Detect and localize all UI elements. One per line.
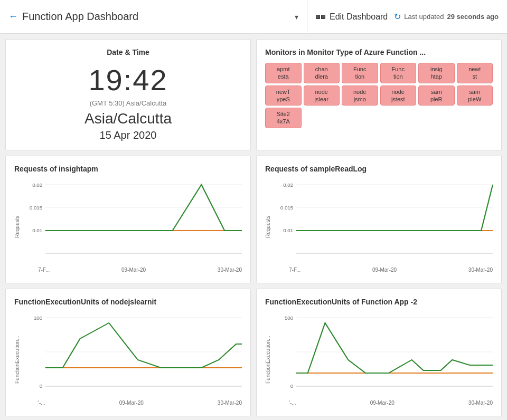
chart3-x-label-2: 09-Mar-20 (119, 400, 144, 406)
svg-text:500: 500 (285, 315, 293, 320)
chart3-y-label: FunctionExecution... (14, 312, 20, 407)
chart2-x-labels: 7-F... 09-Mar-20 30-Mar-20 (273, 267, 493, 273)
chart1-inner: 0.02 0.015 0.01 7-F... 09-Mar-20 30-Mar-… (22, 179, 242, 274)
chart1-container: Requests 0.02 0.015 0.01 (14, 179, 242, 274)
monitors-card: Monitors in Monitor Type of Azure Functi… (256, 39, 502, 150)
monitor-tag[interactable]: nodejsmo (342, 85, 378, 106)
svg-text:100: 100 (34, 315, 42, 320)
chart4-x-label-2: 09-Mar-20 (370, 400, 395, 406)
chart4-y-label: FunctionExecution... (265, 312, 271, 407)
chart3-card: FunctionExecutionUnits of nodejslearnit … (5, 289, 251, 416)
monitors-grid: apmtesta chandlera Function Function ins… (265, 63, 493, 128)
edit-dashboard-icon (316, 15, 325, 19)
monitor-tag[interactable]: nodejstest (380, 85, 417, 106)
last-updated: ↻ Last updated 29 seconds ago (394, 12, 499, 22)
monitor-tag[interactable]: Function (342, 63, 378, 83)
refresh-icon[interactable]: ↻ (394, 12, 401, 22)
chart2-svg: 0.02 0.015 0.01 (273, 179, 493, 264)
svg-text:0.02: 0.02 (283, 182, 293, 187)
datetime-card-title: Date & Time (107, 48, 149, 56)
chart4-x-label-1: '-... (289, 400, 296, 406)
chart4-card: FunctionExecutionUnits of Function App -… (256, 289, 502, 416)
chart2-title: Requests of sampleReadLog (265, 165, 493, 173)
chart2-inner: 0.02 0.015 0.01 7-F... 09-Mar-20 30-Mar-… (273, 179, 493, 274)
chart1-x-labels: 7-F... 09-Mar-20 30-Mar-20 (22, 267, 242, 273)
chart1-svg: 0.02 0.015 0.01 (22, 179, 242, 264)
svg-text:0: 0 (290, 383, 293, 388)
monitor-tag[interactable]: newtst (457, 63, 493, 83)
time-display: 19:42 (88, 63, 167, 97)
chart1-y-label: Requests (14, 179, 20, 274)
timezone-main: Asia/Calcutta (84, 110, 172, 127)
chart2-x-label-2: 09-Mar-20 (372, 267, 397, 273)
monitor-tag[interactable]: insightap (418, 63, 455, 83)
monitor-tag[interactable]: Function (380, 63, 417, 83)
chart1-title: Requests of insightapm (14, 165, 242, 173)
monitor-tag[interactable]: chandlera (304, 63, 340, 83)
date-display: 15 Apr 2020 (100, 129, 157, 141)
chart2-x-label-3: 30-Mar-20 (468, 267, 493, 273)
monitor-tag[interactable]: Site24x7A (265, 108, 302, 128)
chart2-x-label-1: 7-F... (289, 267, 301, 273)
last-updated-prefix: Last updated (404, 13, 444, 21)
monitor-tag[interactable]: apmtesta (265, 63, 302, 83)
svg-text:0.01: 0.01 (32, 227, 42, 233)
chart4-inner: 500 0 '-... 09-Mar-20 30-Mar-20 (273, 312, 493, 407)
dashboard-title-area: ← Function App Dashboard ▾ (8, 0, 307, 33)
chart2-card: Requests of sampleReadLog Requests 0.02 … (256, 156, 502, 283)
chart2-y-label: Requests (265, 179, 271, 274)
chart3-svg: 100 0 (22, 312, 242, 397)
chart4-x-label-3: 30-Mar-20 (468, 400, 493, 406)
chart4-title: FunctionExecutionUnits of Function App -… (265, 298, 493, 306)
chart1-x-label-2: 09-Mar-20 (121, 267, 146, 273)
chart4-svg: 500 0 (273, 312, 493, 397)
chart3-x-label-3: 30-Mar-20 (218, 400, 242, 406)
chart1-x-label-1: 7-F... (38, 267, 50, 273)
back-button[interactable]: ← (8, 11, 18, 22)
chart3-title: FunctionExecutionUnits of nodejslearnit (14, 298, 242, 306)
monitors-card-title: Monitors in Monitor Type of Azure Functi… (265, 48, 493, 56)
svg-text:0.015: 0.015 (30, 205, 43, 210)
timezone-sub: (GMT 5:30) Asia/Calcutta (90, 99, 167, 107)
chart4-x-labels: '-... 09-Mar-20 30-Mar-20 (273, 400, 493, 406)
monitor-tag[interactable]: sampleR (418, 85, 455, 106)
svg-text:0.02: 0.02 (32, 182, 42, 187)
chart2-container: Requests 0.02 0.015 0.01 7- (265, 179, 493, 274)
chart3-container: FunctionExecution... 100 0 '-... 09-Ma (14, 312, 242, 407)
chart3-x-label-1: '-... (38, 400, 45, 406)
svg-text:0.01: 0.01 (283, 227, 293, 233)
chart1-x-label-3: 30-Mar-20 (218, 267, 242, 273)
dashboard-title: Function App Dashboard (22, 11, 290, 23)
monitor-tag[interactable]: newTypeS (265, 85, 302, 106)
edit-dashboard-button[interactable]: Edit Dashboard (316, 12, 388, 22)
edit-dashboard-label: Edit Dashboard (330, 12, 388, 22)
datetime-card: Date & Time 19:42 (GMT 5:30) Asia/Calcut… (5, 39, 251, 150)
chart4-container: FunctionExecution... 500 0 '-... 09-Ma (265, 312, 493, 407)
monitor-tag[interactable]: nodejslear (304, 85, 340, 106)
main-content: Date & Time 19:42 (GMT 5:30) Asia/Calcut… (0, 34, 507, 420)
dropdown-arrow-icon[interactable]: ▾ (295, 13, 298, 21)
top-bar: ← Function App Dashboard ▾ Edit Dashboar… (0, 0, 507, 34)
svg-text:0.015: 0.015 (280, 205, 294, 210)
monitor-tag[interactable]: sampleW (457, 85, 493, 106)
chart3-x-labels: '-... 09-Mar-20 30-Mar-20 (22, 400, 242, 406)
chart1-card: Requests of insightapm Requests 0.02 0.0… (5, 156, 251, 283)
svg-text:0: 0 (40, 383, 42, 388)
chart3-inner: 100 0 '-... 09-Mar-20 30-Mar-20 (22, 312, 242, 407)
last-updated-value: 29 seconds ago (447, 13, 499, 21)
edit-section: Edit Dashboard ↻ Last updated 29 seconds… (307, 12, 499, 22)
